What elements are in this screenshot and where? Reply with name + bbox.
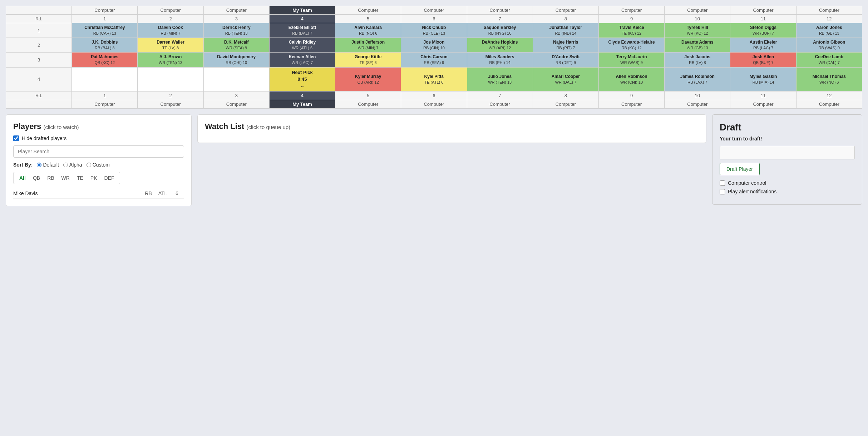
rd-num-1: 1 [72, 15, 138, 23]
pick-r1-c9[interactable]: Travis KelceTE (KC) 12 [598, 23, 664, 38]
sort-alpha-radio[interactable] [63, 163, 68, 167]
players-panel: Players (click to watch) Hide drafted pl… [6, 114, 192, 206]
pick-r2-c1[interactable]: J.K. DobbinsRB (BAL) 8 [72, 38, 138, 53]
pick-r4-c8[interactable]: Amari CooperWR (DAL) 7 [533, 67, 598, 91]
rd-num-myteam: 4 [269, 15, 335, 23]
col-header-12: Computer [796, 6, 862, 15]
filter-te[interactable]: TE [75, 174, 85, 182]
sort-custom-radio[interactable] [87, 163, 91, 167]
col-header-2: Computer [138, 6, 203, 15]
rd-num-9: 9 [598, 15, 664, 23]
pick-r2-c2[interactable]: Darren WallerTE (LV) 8 [138, 38, 203, 53]
pick-r2-c9[interactable]: Clyde Edwards-HelaireRB (KC) 12 [598, 38, 664, 53]
filter-def[interactable]: DEF [102, 174, 116, 182]
rd-cell-2: 2 [6, 38, 72, 53]
pick-r4-c11[interactable]: Myles GaskinRB (MIA) 14 [730, 67, 796, 91]
pick-r4-c4[interactable]: Next Pick0:45← [269, 67, 335, 91]
pick-r2-c5[interactable]: Justin JeffersonWR (MIN) 7 [335, 38, 401, 53]
pick-r3-c10[interactable]: Josh JacobsRB (LV) 8 [665, 53, 730, 67]
draft-panel-title: Draft [720, 122, 855, 133]
player-search-input[interactable] [13, 145, 184, 158]
pick-r4-c1 [72, 67, 138, 91]
draft-player-button[interactable]: Draft Player [720, 163, 760, 175]
sort-custom-label[interactable]: Custom [87, 162, 110, 168]
pick-r3-c5[interactable]: George KittleTE (SF) 6 [335, 53, 401, 67]
pick-r2-c10[interactable]: Davante AdamsWR (GB) 13 [665, 38, 730, 53]
pick-r4-c7[interactable]: Julio JonesWR (TEN) 13 [467, 67, 533, 91]
pick-r1-c4[interactable]: Ezekiel ElliottRB (DAL) 7 [269, 23, 335, 38]
computer-control-checkbox[interactable] [720, 180, 725, 186]
pick-r2-c12[interactable]: Antonio GibsonRB (WAS) 9 [796, 38, 862, 53]
filter-qb[interactable]: QB [31, 174, 42, 182]
pick-r2-c4[interactable]: Calvin RidleyWR (ATL) 6 [269, 38, 335, 53]
pick-r1-c11[interactable]: Stefon DiggsWR (BUF) 7 [730, 23, 796, 38]
pick-r4-c5[interactable]: Kyler MurrayQB (ARI) 12 [335, 67, 401, 91]
col-header-3: Computer [203, 6, 269, 15]
pick-r1-c12[interactable]: Aaron JonesRB (GB) 13 [796, 23, 862, 38]
rd-cell-1: 1 [6, 23, 72, 38]
filter-wr[interactable]: WR [59, 174, 72, 182]
pick-r3-c3[interactable]: David MontgomeryRB (CHI) 10 [203, 53, 269, 67]
pick-r2-c11[interactable]: Austin EkelerRB (LAC) 7 [730, 38, 796, 53]
computer-control-label[interactable]: Computer control [728, 180, 766, 186]
rd-num-8: 8 [533, 15, 598, 23]
hide-drafted-checkbox[interactable] [13, 135, 19, 141]
pick-r3-c4[interactable]: Keenan AllenWR (LAC) 7 [269, 53, 335, 67]
rd-num-7: 7 [467, 15, 533, 23]
rd-num-5: 5 [335, 15, 401, 23]
filter-rb[interactable]: RB [45, 174, 56, 182]
pick-r1-c3[interactable]: Derrick HenryRB (TEN) 13 [203, 23, 269, 38]
pick-r3-c6[interactable]: Chris CarsonRB (SEA) 9 [401, 53, 467, 67]
corner-cell [6, 6, 72, 15]
pick-r4-c10[interactable]: James RobinsonRB (JAX) 7 [665, 67, 730, 91]
watchlist-panel: Watch List (click to queue up) [197, 114, 706, 143]
pick-r4-c12[interactable]: Michael ThomasWR (NO) 6 [796, 67, 862, 91]
play-alert-row: Play alert notifications [720, 189, 855, 194]
pick-r2-c3[interactable]: D.K. MetcalfWR (SEA) 9 [203, 38, 269, 53]
pick-r3-c9[interactable]: Terry McLaurinWR (WAS) 9 [598, 53, 664, 67]
hide-drafted-row: Hide drafted players [13, 135, 184, 141]
pick-r3-c12[interactable]: CeeDee LambWR (DAL) 7 [796, 53, 862, 67]
pick-r1-c10[interactable]: Tyreek HillWR (KC) 12 [665, 23, 730, 38]
hide-drafted-label[interactable]: Hide drafted players [22, 135, 66, 141]
draft-row-1: 1Christian McCaffreyRB (CAR) 13Dalvin Co… [6, 23, 862, 38]
filter-all[interactable]: All [17, 174, 28, 182]
position-filters: All QB RB WR TE PK DEF [13, 172, 120, 184]
pick-r1-c8[interactable]: Jonathan TaylorRB (IND) 14 [533, 23, 598, 38]
rd-num-2: 2 [138, 15, 203, 23]
pick-r3-c11[interactable]: Josh AllenQB (BUF) 7 [730, 53, 796, 67]
play-alert-label[interactable]: Play alert notifications [728, 189, 776, 194]
rd-cell-4: 4 [6, 67, 72, 91]
pick-r1-c2[interactable]: Dalvin CookRB (MIN) 7 [138, 23, 203, 38]
sort-alpha-label[interactable]: Alpha [63, 162, 82, 168]
pick-r3-c7[interactable]: Miles SandersRB (PHI) 14 [467, 53, 533, 67]
players-panel-title: Players (click to watch) [13, 122, 184, 131]
sort-by-row: Sort By: Default Alpha Custom [13, 162, 184, 168]
rd-num-12: 12 [796, 15, 862, 23]
pick-r3-c2[interactable]: A.J. BrownWR (TEN) 13 [138, 53, 203, 67]
play-alert-checkbox[interactable] [720, 189, 725, 194]
sort-by-label: Sort By: [13, 162, 33, 168]
pick-r3-c8[interactable]: D'Andre SwiftRB (DET) 9 [533, 53, 598, 67]
player-name: Mike Davis [13, 190, 141, 196]
sort-default-radio[interactable] [37, 163, 41, 167]
filter-pk[interactable]: PK [88, 174, 99, 182]
col-header-8: Computer [533, 6, 598, 15]
pick-r3-c1[interactable]: Pat MahomesQB (KC) 12 [72, 53, 138, 67]
pick-r2-c8[interactable]: Najee HarrisRB (PIT) 7 [533, 38, 598, 53]
draft-row-2: 2J.K. DobbinsRB (BAL) 8Darren WallerTE (… [6, 38, 862, 53]
pick-r4-c2 [138, 67, 203, 91]
pick-r4-c9[interactable]: Allen RobinsonWR (CHI) 10 [598, 67, 664, 91]
pick-r1-c7[interactable]: Saquon BarkleyRB (NYG) 10 [467, 23, 533, 38]
pick-r2-c7[interactable]: DeAndre HopkinsWR (ARI) 12 [467, 38, 533, 53]
col-header-1: Computer [72, 6, 138, 15]
pick-r4-c6[interactable]: Kyle PittsTE (ATL) 6 [401, 67, 467, 91]
pick-r1-c1[interactable]: Christian McCaffreyRB (CAR) 13 [72, 23, 138, 38]
pick-r2-c6[interactable]: Joe MixonRB (CIN) 10 [401, 38, 467, 53]
draft-player-input[interactable] [720, 146, 855, 159]
player-list-item[interactable]: Mike Davis RB ATL 6 [13, 188, 184, 199]
col-header-6: Computer [401, 6, 467, 15]
pick-r1-c5[interactable]: Alvin KamaraRB (NO) 6 [335, 23, 401, 38]
pick-r1-c6[interactable]: Nick ChubbRB (CLE) 13 [401, 23, 467, 38]
sort-default-label[interactable]: Default [37, 162, 59, 168]
